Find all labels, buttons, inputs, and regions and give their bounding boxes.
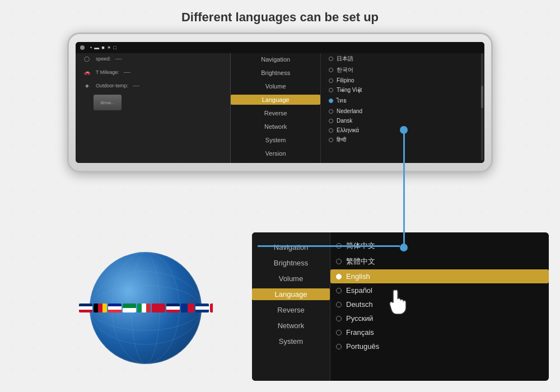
lang-radio — [329, 57, 333, 61]
left-panel: ◯ speed: ---- 🚗 T Mileage: ---- ◈ Outdoo… — [76, 42, 231, 163]
lang-radio — [336, 316, 342, 321]
page-title: Different languages can be set up — [0, 0, 560, 25]
mileage-label: T Mileage: — [96, 69, 119, 75]
lang-radio — [336, 344, 342, 349]
scroll-bar — [481, 53, 483, 161]
connector-line-h — [258, 245, 400, 247]
speed-label: speed: — [96, 56, 111, 62]
device-language-panel: 日本語 한국어 Filipino Tiếng Việt ไทย Nederlan… — [321, 42, 484, 163]
globe — [90, 252, 202, 364]
lang-german[interactable]: Deutsch — [330, 297, 549, 311]
big-menu-reverse[interactable]: Reverse — [252, 304, 330, 316]
mileage-item: 🚗 T Mileage: ---- — [82, 68, 230, 77]
big-menu-language[interactable]: Language — [252, 288, 330, 300]
device-menu-language[interactable]: Language — [231, 95, 320, 105]
big-menu-brightness[interactable]: Brightness — [252, 257, 330, 269]
mileage-value: ---- — [124, 69, 130, 75]
device-menu-panel: Navigation Brightness Volume Language Re… — [231, 42, 321, 163]
lang-radio — [329, 128, 333, 133]
browse-button[interactable]: Brow... — [94, 95, 122, 110]
lang-dutch[interactable]: Nederland — [325, 106, 484, 116]
close-dot — [80, 45, 85, 50]
lang-spanish[interactable]: Español — [330, 283, 549, 297]
device-menu-navigation[interactable]: Navigation — [231, 54, 320, 64]
wifi-icon: • — [90, 45, 92, 50]
temp-label: Outdoor-temp: — [96, 83, 128, 88]
lang-radio — [336, 302, 342, 307]
status-bar: • ▬ ■ ✶ □ — [76, 42, 484, 53]
flag-ca — [152, 304, 165, 312]
device-menu-brightness[interactable]: Brightness — [231, 68, 320, 78]
lang-english[interactable]: English — [330, 269, 549, 283]
car-icon: 🚗 — [82, 68, 91, 77]
battery-icon: □ — [114, 45, 116, 50]
lang-vietnamese[interactable]: Tiếng Việt — [325, 85, 484, 95]
flag-fr — [108, 304, 122, 312]
lang-radio — [336, 288, 342, 293]
device-menu-reverse[interactable]: Reverse — [231, 108, 320, 118]
connector-dot-bottom — [400, 244, 408, 251]
flag-uk — [166, 304, 180, 312]
device-menu-network[interactable]: Network — [231, 122, 320, 132]
lang-radio — [329, 138, 333, 142]
lang-radio — [336, 330, 342, 335]
lang-french[interactable]: Français — [330, 325, 549, 339]
big-menu: Navigation Brightness Volume Language Re… — [252, 232, 330, 381]
status-icons: • ▬ ■ ✶ □ — [90, 45, 116, 50]
big-menu-network[interactable]: Network — [252, 320, 330, 332]
flag-nl — [181, 304, 194, 312]
lang-danish[interactable]: Dansk — [325, 116, 484, 125]
lang-portuguese[interactable]: Português — [330, 339, 549, 353]
temp-value: ---- — [133, 83, 139, 88]
connector-dot-top — [400, 126, 408, 134]
lang-radio — [336, 259, 342, 264]
device-menu-volume[interactable]: Volume — [231, 81, 320, 91]
device-screen: • ▬ ■ ✶ □ ◯ speed: ---- 🚗 T Mileage: ---… — [76, 42, 484, 163]
lang-thai[interactable]: ไทย — [325, 95, 484, 106]
device-menu-system[interactable]: System — [231, 135, 320, 145]
flag-generic1 — [123, 304, 136, 312]
big-menu-volume[interactable]: Volume — [252, 273, 330, 284]
lang-korean[interactable]: 한국어 — [325, 64, 484, 76]
speed-item: ◯ speed: ---- — [82, 54, 230, 63]
connector-line — [403, 133, 405, 245]
speed-value: ---- — [115, 56, 122, 62]
signal-icon: ■ — [101, 45, 104, 50]
flag-it — [137, 304, 151, 312]
lang-filipino[interactable]: Filipino — [325, 76, 484, 85]
cursor-hand — [386, 289, 409, 315]
lang-radio-selected — [329, 99, 333, 103]
temp-icon: ◈ — [82, 81, 91, 90]
lang-radio — [329, 68, 333, 72]
lang-radio — [329, 109, 333, 114]
scroll-thumb[interactable] — [481, 86, 483, 108]
flag-ru — [210, 304, 213, 312]
speed-icon: ◯ — [82, 54, 91, 63]
flag-usa — [79, 304, 92, 312]
lang-russian[interactable]: Русский — [330, 311, 549, 325]
device-menu-version[interactable]: Version — [231, 148, 320, 158]
device-mockup: • ▬ ■ ✶ □ ◯ speed: ---- 🚗 T Mileage: ---… — [67, 32, 493, 172]
globe-section — [67, 235, 224, 381]
lang-radio — [329, 119, 333, 123]
lang-radio — [329, 78, 333, 83]
lang-traditional-chinese[interactable]: 繁體中文 — [330, 254, 549, 269]
flag-fi — [195, 304, 209, 312]
bt-icon: ✶ — [107, 45, 111, 50]
temp-item: ◈ Outdoor-temp: ---- — [82, 81, 230, 90]
lang-radio — [329, 88, 333, 92]
lang-japanese[interactable]: 日本語 — [325, 53, 484, 64]
big-lang-list: 简体中文 繁體中文 English Español Deutsch Русски… — [330, 232, 549, 381]
lang-radio-selected — [336, 274, 342, 279]
flag-strip — [78, 297, 213, 319]
big-menu-system[interactable]: System — [252, 335, 330, 347]
wifi-signal: ▬ — [94, 45, 99, 50]
flag-de — [94, 304, 107, 312]
big-menu-navigation[interactable]: Navigation — [252, 241, 330, 253]
